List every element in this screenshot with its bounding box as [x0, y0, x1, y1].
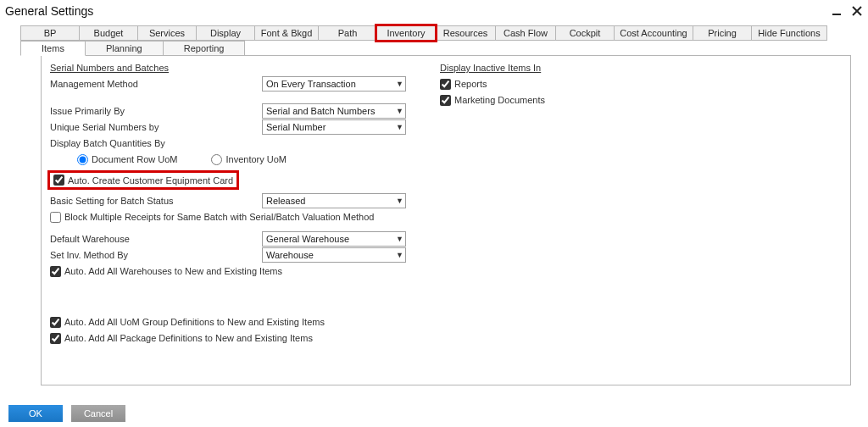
- block-multiple-receipts-input[interactable]: [50, 212, 61, 223]
- tab-hide-functions[interactable]: Hide Functions: [751, 25, 827, 41]
- top-tabs: BPBudgetServicesDisplayFont & BkgdPathIn…: [0, 22, 868, 41]
- tab-cash-flow[interactable]: Cash Flow: [495, 25, 556, 41]
- button-bar: OK Cancel: [8, 405, 125, 422]
- radio-doc-row-uom-label: Document Row UoM: [92, 154, 177, 164]
- tab-font-bkgd[interactable]: Font & Bkgd: [254, 25, 319, 41]
- issue-primarily-label: Issue Primarily By: [50, 106, 262, 116]
- auto-add-warehouses-input[interactable]: [50, 266, 61, 277]
- default-warehouse-select[interactable]: General Warehouse ▼: [262, 231, 406, 247]
- unique-serial-select[interactable]: Serial Number ▼: [262, 119, 406, 135]
- basic-batch-status-value: Released: [266, 196, 305, 206]
- tab-bp[interactable]: BP: [20, 25, 80, 41]
- sub-tabs: ItemsPlanningReporting: [20, 41, 860, 56]
- unique-serial-value: Serial Number: [266, 122, 326, 132]
- reports-label: Reports: [454, 79, 487, 89]
- subtab-items[interactable]: Items: [20, 41, 86, 56]
- chevron-down-icon: ▼: [396, 235, 403, 243]
- management-method-value: On Every Transaction: [266, 79, 356, 89]
- marketing-docs-label: Marketing Documents: [454, 95, 545, 105]
- block-multiple-receipts-check[interactable]: Block Multiple Receipts for Same Batch w…: [50, 212, 374, 223]
- subtab-reporting[interactable]: Reporting: [163, 41, 246, 56]
- reports-check[interactable]: Reports: [440, 79, 487, 90]
- tab-cockpit[interactable]: Cockpit: [555, 25, 615, 41]
- window-title: General Settings: [5, 4, 93, 18]
- tab-cost-accounting[interactable]: Cost Accounting: [614, 25, 693, 41]
- settings-panel: Serial Numbers and Batches Management Me…: [41, 55, 851, 385]
- minimize-icon[interactable]: [831, 5, 843, 17]
- tab-resources[interactable]: Resources: [435, 25, 496, 41]
- radio-doc-row-uom[interactable]: Document Row UoM: [77, 154, 177, 165]
- auto-create-card-check[interactable]: Auto. Create Customer Equipment Card: [53, 175, 233, 186]
- ok-button[interactable]: OK: [8, 405, 63, 422]
- radio-inventory-uom-input[interactable]: [211, 154, 222, 165]
- auto-add-uom-group-input[interactable]: [50, 317, 61, 328]
- chevron-down-icon: ▼: [396, 107, 403, 115]
- tab-inventory[interactable]: Inventory: [376, 25, 436, 41]
- display-inactive-header: Display Inactive Items In: [440, 63, 842, 73]
- close-icon[interactable]: [851, 5, 863, 17]
- basic-batch-status-label: Basic Setting for Batch Status: [50, 196, 262, 206]
- issue-primarily-select[interactable]: Serial and Batch Numbers ▼: [262, 103, 406, 119]
- auto-add-package-input[interactable]: [50, 333, 61, 344]
- serial-batch-header: Serial Numbers and Batches: [50, 63, 415, 73]
- set-inv-method-label: Set Inv. Method By: [50, 250, 262, 260]
- chevron-down-icon: ▼: [396, 251, 403, 259]
- basic-batch-status-select[interactable]: Released ▼: [262, 193, 406, 208]
- set-inv-method-select[interactable]: Warehouse ▼: [262, 247, 406, 263]
- radio-doc-row-uom-input[interactable]: [77, 154, 88, 165]
- management-method-select[interactable]: On Every Transaction ▼: [262, 76, 406, 92]
- display-batch-qty-label: Display Batch Quantities By: [50, 138, 165, 148]
- set-inv-method-value: Warehouse: [266, 250, 314, 260]
- radio-inventory-uom-label: Inventory UoM: [225, 154, 287, 164]
- auto-add-package-label: Auto. Add All Package Definitions to New…: [64, 333, 313, 343]
- auto-create-card-label: Auto. Create Customer Equipment Card: [68, 175, 233, 186]
- tab-display[interactable]: Display: [196, 25, 255, 41]
- default-warehouse-label: Default Warehouse: [50, 234, 262, 244]
- auto-create-card-input[interactable]: [53, 175, 64, 186]
- auto-add-package-check[interactable]: Auto. Add All Package Definitions to New…: [50, 333, 313, 344]
- tab-pricing[interactable]: Pricing: [693, 25, 752, 41]
- default-warehouse-value: General Warehouse: [266, 234, 349, 244]
- reports-input[interactable]: [440, 79, 451, 90]
- unique-serial-label: Unique Serial Numbers by: [50, 122, 262, 132]
- tab-budget[interactable]: Budget: [79, 25, 138, 41]
- marketing-docs-input[interactable]: [440, 95, 451, 106]
- chevron-down-icon: ▼: [396, 80, 403, 88]
- management-method-label: Management Method: [50, 79, 262, 89]
- block-multiple-receipts-label: Block Multiple Receipts for Same Batch w…: [64, 212, 374, 222]
- marketing-docs-check[interactable]: Marketing Documents: [440, 95, 545, 106]
- radio-inventory-uom[interactable]: Inventory UoM: [211, 154, 287, 165]
- chevron-down-icon: ▼: [396, 197, 403, 205]
- cancel-button[interactable]: Cancel: [71, 405, 125, 422]
- auto-add-uom-group-label: Auto. Add All UoM Group Definitions to N…: [64, 317, 325, 327]
- auto-add-warehouses-check[interactable]: Auto. Add All Warehouses to New and Exis…: [50, 266, 282, 277]
- tab-services[interactable]: Services: [137, 25, 197, 41]
- tab-path[interactable]: Path: [318, 25, 377, 41]
- auto-add-warehouses-label: Auto. Add All Warehouses to New and Exis…: [64, 266, 282, 276]
- titlebar: General Settings: [0, 0, 868, 22]
- issue-primarily-value: Serial and Batch Numbers: [266, 106, 375, 116]
- subtab-planning[interactable]: Planning: [85, 41, 164, 56]
- auto-add-uom-group-check[interactable]: Auto. Add All UoM Group Definitions to N…: [50, 317, 325, 328]
- chevron-down-icon: ▼: [396, 123, 403, 131]
